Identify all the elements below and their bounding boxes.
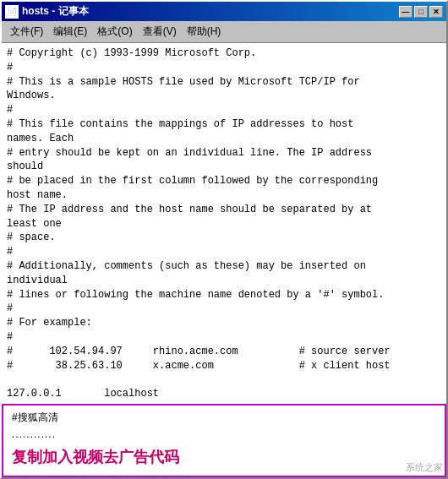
title-buttons: — □ ✕	[399, 6, 443, 18]
editor-area[interactable]: # Copyright (c) 1993-1999 Microsoft Corp…	[2, 43, 446, 477]
title-bar: 📄 hosts - 记事本 — □ ✕	[2, 2, 446, 21]
editor-content: # Copyright (c) 1993-1999 Microsoft Corp…	[7, 46, 441, 401]
menu-bar: 文件(F) 编辑(E) 格式(O) 查看(V) 帮助(H)	[2, 21, 446, 43]
menu-edit[interactable]: 编辑(E)	[48, 23, 92, 41]
title-bar-left: 📄 hosts - 记事本	[5, 4, 89, 19]
maximize-button[interactable]: □	[414, 6, 428, 18]
menu-format[interactable]: 格式(O)	[92, 23, 137, 41]
ad-dots: ............	[12, 428, 436, 440]
close-button[interactable]: ✕	[429, 6, 443, 18]
ad-overlay: #搜狐高清 ............ 复制加入视频去广告代码	[2, 404, 446, 477]
menu-view[interactable]: 查看(V)	[138, 23, 182, 41]
ad-main-text[interactable]: 复制加入视频去广告代码	[12, 447, 436, 467]
ad-line1: #搜狐高清	[12, 411, 436, 425]
window: 📄 hosts - 记事本 — □ ✕ 文件(F) 编辑(E) 格式(O) 查看…	[0, 0, 448, 479]
minimize-button[interactable]: —	[399, 6, 412, 18]
menu-help[interactable]: 帮助(H)	[182, 23, 227, 41]
window-title: hosts - 记事本	[22, 4, 89, 19]
watermark: 系统之家	[406, 461, 443, 474]
menu-file[interactable]: 文件(F)	[5, 23, 48, 41]
notepad-icon: 📄	[5, 5, 19, 19]
